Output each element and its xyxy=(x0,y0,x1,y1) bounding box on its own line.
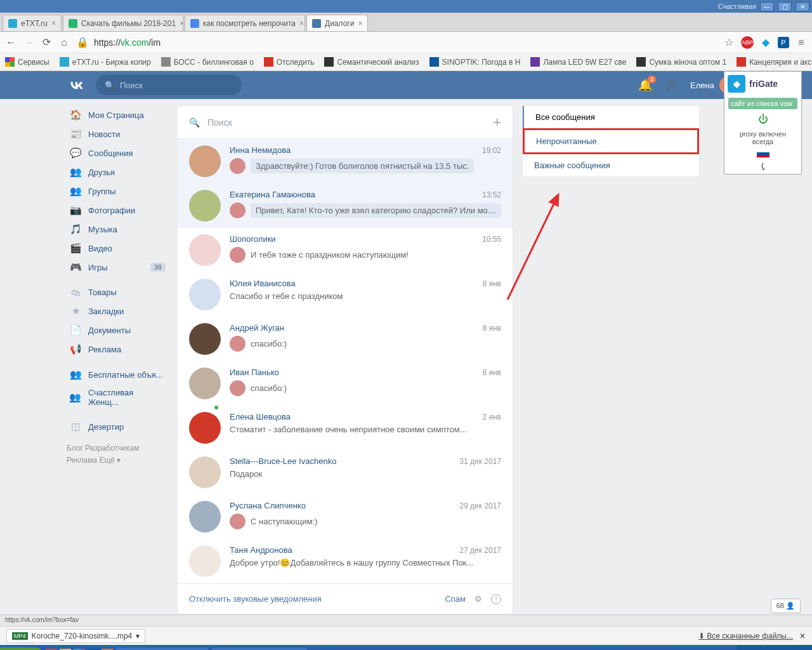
system-tray[interactable]: EN 🛡 🔊 🖥 19:46 xyxy=(737,645,812,650)
power-icon[interactable]: ⏻ xyxy=(758,114,768,124)
sidebar-item[interactable]: 👥Группы xyxy=(67,182,168,201)
dialog-name: Таня Андронова xyxy=(230,545,292,555)
frigate-site-button[interactable]: сайт из списка vow xyxy=(728,98,797,109)
sidebar-item[interactable]: 👥Друзья xyxy=(67,162,168,182)
sidebar-item[interactable]: 👥Бесплатные объя... xyxy=(67,365,168,384)
bookmark-item[interactable]: SINOPTIK: Погода в Н xyxy=(429,57,521,67)
favicon xyxy=(324,57,334,67)
gear-icon[interactable]: ⚙ xyxy=(475,594,482,604)
sidebar-item[interactable]: 👥Счастливая Женщ... xyxy=(67,384,168,411)
avatar xyxy=(189,323,221,355)
ext-icon[interactable]: P xyxy=(778,37,789,48)
window-maximize-button[interactable]: ▢ xyxy=(778,2,792,11)
apps-button[interactable]: Сервисы xyxy=(5,57,49,67)
sidebar-item[interactable]: 📰Новости xyxy=(67,124,168,143)
bookmark-item[interactable]: Канцелярия и аксессу xyxy=(737,57,812,67)
close-tab-icon[interactable]: × xyxy=(51,19,56,28)
browser-tab[interactable]: eTXT.ru× xyxy=(3,15,62,31)
vk-search-input[interactable]: 🔍 Поиск xyxy=(96,75,242,95)
disable-sound-link[interactable]: Отключить звуковые уведомления xyxy=(189,594,322,604)
online-count-popup[interactable]: 68 👤 xyxy=(771,599,801,613)
dialog-item[interactable]: Юлия Иванисова8 янвСпасибо и тебя с праз… xyxy=(178,272,513,317)
taskbar-item[interactable]: Как сделать непроч... xyxy=(115,647,209,650)
sidebar-item[interactable]: ★Закладки xyxy=(67,302,168,321)
home-button[interactable]: ⌂ xyxy=(58,37,70,48)
avatar xyxy=(189,456,221,488)
dialog-item[interactable]: Екатерина Гамаюнова13:52Привет, Катя! Кт… xyxy=(178,183,513,228)
dialog-item[interactable]: Андрей Жуган8 янвспасибо:) xyxy=(178,317,513,361)
bookmark-star-icon[interactable]: ☆ xyxy=(723,36,735,48)
dialog-item[interactable]: Шопоголики10:55И тебя тоже с праздником … xyxy=(178,228,513,272)
bookmark-item[interactable]: Лампа LED 5W E27 све xyxy=(530,57,626,67)
bookmark-item[interactable]: Отследить xyxy=(264,57,315,67)
sidebar-item[interactable]: 💬Сообщения xyxy=(67,143,168,162)
reload-button[interactable]: ⟳ xyxy=(41,36,52,48)
back-button[interactable]: ← xyxy=(5,37,16,48)
dialog-item[interactable]: Руслана Слипченко29 дек 2017С наступающи… xyxy=(178,494,513,539)
window-close-button[interactable]: ✕ xyxy=(796,2,809,11)
browser-tab[interactable]: как посмотреть непрочита× xyxy=(185,15,305,31)
bookmark-item[interactable]: Сумка жіноча оптом 1 xyxy=(636,57,726,67)
filter-unread[interactable]: Непрочитанные xyxy=(523,128,699,154)
avatar xyxy=(189,145,221,177)
dialog-item[interactable]: Таня Андронова27 дек 2017Доброе утро!😊До… xyxy=(178,539,513,583)
browser-tab[interactable]: Диалоги× xyxy=(306,15,368,31)
frigate-arrow-icon[interactable]: ⤹ xyxy=(724,159,801,174)
dialogs-search[interactable]: 🔍 Поиск + xyxy=(178,106,513,139)
music-icon[interactable]: 🎵 xyxy=(665,79,678,91)
sidebar-item[interactable]: 🎮Игры38 xyxy=(67,258,168,277)
sidebar-item[interactable]: 🎬Видео xyxy=(67,239,168,258)
favicon xyxy=(190,19,199,28)
sidebar-item[interactable]: 🏠Моя Страница xyxy=(67,105,168,124)
dialog-time: 19:02 xyxy=(482,146,501,155)
vk-sidebar: 🏠Моя Страница📰Новости💬Сообщения👥Друзья👥Г… xyxy=(67,105,168,614)
dialog-time: 27 дек 2017 xyxy=(459,546,501,555)
forward-button[interactable]: → xyxy=(23,37,34,48)
dialog-item[interactable]: Иван Панько8 янвспасибо:) xyxy=(178,361,513,406)
close-downloads-button[interactable]: ✕ xyxy=(799,632,806,640)
browser-tab[interactable]: Скачать фильмы 2018-201× xyxy=(63,15,183,31)
nav-icon: 📷 xyxy=(69,204,82,216)
download-file[interactable]: MP4 Koroche_720-kinosimk....mp4 ▾ xyxy=(6,629,145,643)
dialog-name: Екатерина Гамаюнова xyxy=(230,190,315,199)
dialog-time: 31 дек 2017 xyxy=(459,457,501,466)
download-bar: MP4 Koroche_720-kinosimk....mp4 ▾ ⬇ Все … xyxy=(0,626,812,645)
new-message-button[interactable]: + xyxy=(493,114,501,131)
sidebar-item[interactable]: 📷Фотографии xyxy=(67,201,168,220)
abp-icon[interactable]: ABP xyxy=(741,36,754,49)
window-titlebar: Счастливая — ▢ ✕ xyxy=(0,0,812,13)
bookmark-item[interactable]: Семантический анализ xyxy=(324,57,419,67)
bookmark-item[interactable]: БОСС - биллинговая о xyxy=(161,57,254,67)
address-bar[interactable]: https://vk.com/im xyxy=(94,37,717,48)
chevron-down-icon[interactable]: ▾ xyxy=(136,632,140,640)
dialog-preview: Стоматит - заболевание очень неприятное … xyxy=(230,425,467,434)
bookmark-item[interactable]: eTXT.ru - Биржа копир xyxy=(60,57,151,67)
close-tab-icon[interactable]: × xyxy=(299,19,304,28)
vk-logo-icon[interactable] xyxy=(67,76,86,95)
menu-icon[interactable]: ≡ xyxy=(796,37,807,48)
show-all-downloads[interactable]: ⬇ Все скачанные файлы... xyxy=(698,632,793,640)
close-tab-icon[interactable]: × xyxy=(358,19,362,28)
sidebar-item[interactable]: 🎵Музыка xyxy=(67,220,168,239)
sidebar-item[interactable]: 🛍Товары xyxy=(67,283,168,302)
taskbar-item[interactable]: Диалоги - Google Ch... xyxy=(211,647,308,650)
spam-link[interactable]: Спам xyxy=(445,594,466,604)
dialog-item[interactable]: Stella---Bruce-Lee Ivachenko31 дек 2017П… xyxy=(178,450,513,494)
sidebar-item[interactable]: 📢Реклама xyxy=(67,340,168,359)
filter-important[interactable]: Важные сообщения xyxy=(523,154,699,176)
sidebar-item[interactable]: ◫Дезертир xyxy=(67,417,168,436)
dialog-item[interactable]: Елена Шевцова2 янвСтоматит - заболевание… xyxy=(178,406,513,450)
favicon xyxy=(737,57,746,67)
close-tab-icon[interactable]: × xyxy=(180,19,183,28)
frigate-widget[interactable]: ◆friGate сайт из списка vow ⏻ proxy вклю… xyxy=(724,71,802,175)
info-icon[interactable]: ! xyxy=(491,594,501,604)
notifications-button[interactable]: 🔔3 xyxy=(638,78,652,92)
sidebar-item[interactable]: 📄Документы xyxy=(67,321,168,340)
dialog-preview: И тебя тоже с праздником наступающим! xyxy=(251,250,409,260)
start-button[interactable]: ⊞ пуск xyxy=(0,647,43,651)
frigate-ext-icon[interactable]: ◆ xyxy=(760,36,771,48)
avatar xyxy=(189,368,221,399)
filter-all[interactable]: Все сообщения xyxy=(523,106,699,128)
window-minimize-button[interactable]: — xyxy=(760,2,774,11)
dialog-item[interactable]: Инна Немидова19:02Здравствуйте:) Готов б… xyxy=(178,139,513,183)
